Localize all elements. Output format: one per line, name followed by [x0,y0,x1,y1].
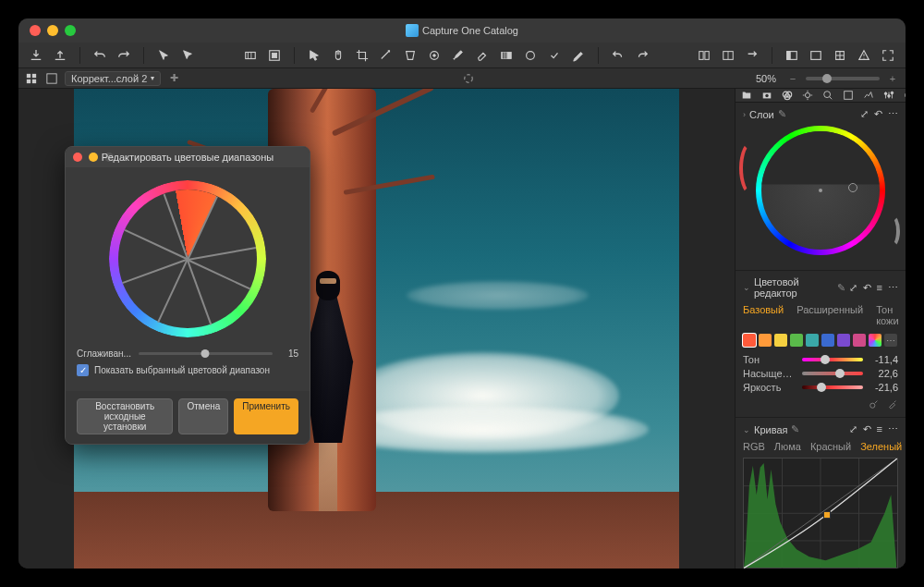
tab-metadata-icon[interactable] [904,89,906,102]
panel-horizontal-icon[interactable]: ≡ [877,423,882,435]
rotate-right-button[interactable] [632,45,652,66]
swatch-yellow[interactable] [774,334,787,347]
zoom-in-icon[interactable]: + [885,71,900,86]
panel-undo-icon[interactable]: ↶ [863,423,871,435]
layer-dropdown[interactable]: Коррект...слой 2▾ [65,71,161,86]
swatch-cyan[interactable] [806,334,819,347]
before-after-button[interactable] [694,45,714,66]
dialog-minimize-button[interactable] [89,153,98,162]
color-balance-wheel[interactable] [756,126,885,255]
keystone-tool[interactable] [400,45,420,66]
panel-menu-icon[interactable]: ⋯ [888,282,898,294]
reset-button[interactable]: Восстановить исходные установки [77,398,173,434]
dialog-close-button[interactable] [73,153,82,162]
fullscreen-button[interactable] [65,25,76,36]
undo-button[interactable] [90,45,110,66]
import-button[interactable] [26,45,46,66]
copy-adjust-button[interactable] [742,45,762,66]
redo-button[interactable] [114,45,134,66]
swatch-green[interactable] [790,334,803,347]
tab-exposure-icon[interactable] [802,89,813,102]
adjust-tool-1[interactable] [240,45,261,66]
mask-erase-tool[interactable] [472,45,492,66]
tab-capture-icon[interactable] [761,89,772,102]
panel-expand-icon[interactable]: ⤢ [849,282,857,294]
lightness-slider[interactable] [802,385,863,389]
tab-advanced[interactable]: Расширенный [796,304,863,326]
radial-mask-tool[interactable] [520,45,541,66]
dialog-zoom-button[interactable] [104,153,114,162]
viewer-toggle[interactable] [806,45,826,66]
curve-point[interactable] [823,511,831,519]
panel-menu-icon[interactable]: ⋯ [888,423,898,435]
pointer-tool[interactable] [304,45,324,66]
color-picker-icon[interactable] [869,398,880,411]
show-range-checkbox[interactable]: ✓ [77,364,89,376]
spot-tool[interactable] [424,45,444,66]
swatch-blue[interactable] [821,334,834,347]
brush-icon[interactable]: ✎ [837,282,845,294]
swatch-red[interactable] [743,334,756,347]
zoom-out-icon[interactable]: − [785,71,800,86]
tab-lens-icon[interactable] [822,89,833,102]
cancel-button[interactable]: Отмена [178,398,228,434]
panel-expand-icon[interactable]: ⤢ [849,423,857,435]
tab-skin[interactable]: Тон кожи [876,304,898,326]
adjust-tool-2[interactable] [264,45,285,66]
mask-brush-tool[interactable] [448,45,468,66]
close-button[interactable] [30,25,41,36]
saturation-slider[interactable] [802,372,863,375]
tab-adjust-icon[interactable] [883,89,894,102]
swatch-more[interactable]: ⋯ [884,334,897,347]
brush-icon[interactable]: ⁨✎ [778,108,786,120]
gradient-mask-tool[interactable] [496,45,517,66]
curve-tab-green[interactable]: Зеленый [860,441,902,452]
tab-color-icon[interactable] [782,89,793,102]
panel-expand-icon[interactable]: ⤢ [860,108,869,120]
swatch-all[interactable] [869,334,881,347]
panel-undo-icon[interactable]: ↶ [874,108,882,120]
tab-crop-icon[interactable] [843,89,854,102]
color-range-wheel[interactable] [109,180,266,337]
curve-editor[interactable] [743,458,898,569]
crop-tool[interactable] [352,45,372,66]
panel-horizontal-icon[interactable]: ≡ [877,282,882,294]
hue-slider[interactable] [802,358,863,361]
tab-basic[interactable]: Базовый [743,304,784,326]
browser-toggle[interactable] [782,45,802,66]
zoom-value[interactable]: 50% [756,73,776,84]
swatch-magenta[interactable] [853,334,866,347]
swatch-purple[interactable] [837,334,850,347]
warning-toggle[interactable] [854,45,874,66]
apply-button[interactable]: Применить [234,398,298,434]
hand-tool[interactable] [328,45,348,66]
add-layer-icon[interactable]: ✚ [166,71,181,86]
chevron-down-icon[interactable]: ⌄ [743,283,750,292]
compare-button[interactable] [718,45,738,66]
tab-library-icon[interactable] [741,89,752,102]
single-view-icon[interactable] [44,71,59,86]
annotate-tool[interactable] [568,45,589,66]
tab-details-icon[interactable] [863,89,874,102]
minimize-button[interactable] [47,25,58,36]
swatch-orange[interactable] [759,334,772,347]
eyedropper-icon[interactable] [887,398,898,411]
curve-tab-luma[interactable]: Люма [774,441,801,452]
cursor-alt-tool[interactable] [177,45,198,66]
zoom-slider[interactable] [806,77,880,80]
heal-tool[interactable] [544,45,565,66]
chevron-down-icon[interactable]: ⌄ [743,425,750,434]
curve-tab-rgb[interactable]: RGB [743,441,765,452]
curve-tab-red[interactable]: Красный [810,441,851,452]
export-button[interactable] [50,45,70,66]
grid-view-icon[interactable] [24,71,39,86]
grid-toggle[interactable] [830,45,850,66]
cursor-tool[interactable] [153,45,174,66]
panel-undo-icon[interactable]: ↶ [863,282,871,294]
straighten-tool[interactable] [376,45,396,66]
brush-icon[interactable]: ✎ [791,423,799,435]
smoothing-slider[interactable] [139,352,273,355]
fullscreen-toggle[interactable] [878,45,898,66]
rotate-left-button[interactable] [608,45,628,66]
chevron-right-icon[interactable]: › [743,110,746,119]
